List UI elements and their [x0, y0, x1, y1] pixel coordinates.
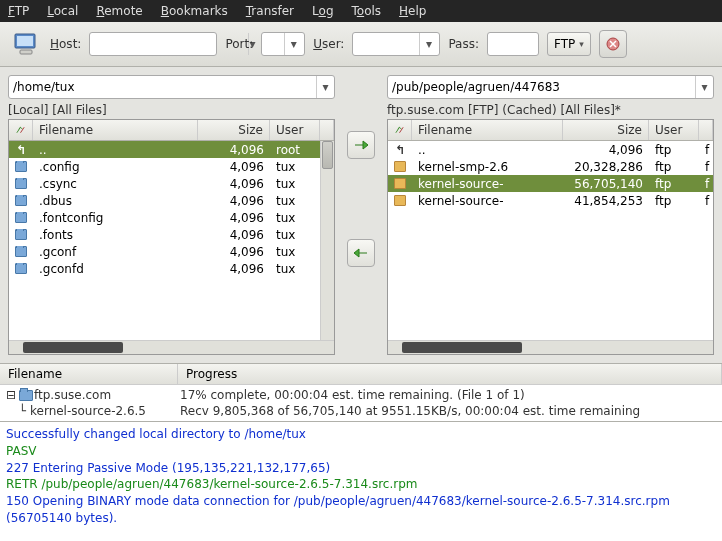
file-name: .config [33, 160, 198, 174]
menu-remote[interactable]: Remote [96, 4, 142, 18]
size-column[interactable]: Size [563, 120, 649, 140]
file-size: 4,096 [198, 262, 270, 276]
chevron-down-icon[interactable]: ▾ [419, 33, 437, 55]
chevron-down-icon[interactable]: ▾ [316, 76, 334, 98]
file-size: 4,096 [198, 245, 270, 259]
file-user: ftp [649, 177, 699, 191]
user-column[interactable]: User [649, 120, 699, 140]
user-input[interactable] [353, 33, 419, 55]
file-icon [9, 246, 33, 257]
size-column[interactable]: Size [198, 120, 270, 140]
menu-bookmarks[interactable]: Bookmarks [161, 4, 228, 18]
file-user: tux [270, 160, 320, 174]
menu-local[interactable]: Local [47, 4, 78, 18]
remote-list-body[interactable]: ↰..4,096ftpfkernel-smp-2.620,328,286ftpf… [388, 141, 713, 340]
horizontal-scrollbar[interactable] [388, 340, 713, 354]
file-size: 4,096 [198, 211, 270, 225]
file-user: ftp [649, 160, 699, 174]
port-combo[interactable]: ▾ [261, 32, 305, 56]
list-item[interactable]: .fonts4,096tux [9, 226, 334, 243]
port-input[interactable] [262, 33, 284, 55]
file-icon: ↰ [388, 143, 412, 157]
file-size: 56,705,140 [563, 177, 649, 191]
file-icon [388, 161, 412, 172]
transfer-file-row[interactable]: └ kernel-source-2.6.5 Recv 9,805,368 of … [6, 403, 716, 419]
protocol-combo[interactable]: FTP ▾ [547, 32, 591, 56]
list-item[interactable]: .csync4,096tux [9, 175, 334, 192]
file-icon [388, 178, 412, 189]
sort-icon-column[interactable] [388, 120, 412, 140]
file-size: 4,096 [198, 160, 270, 174]
svg-rect-1 [17, 36, 33, 46]
chevron-down-icon[interactable]: ▾ [695, 76, 713, 98]
file-icon: ↰ [9, 143, 33, 157]
list-item[interactable]: ↰..4,096ftpf [388, 141, 713, 158]
download-button[interactable] [347, 239, 375, 267]
horizontal-scrollbar[interactable] [9, 340, 334, 354]
list-item[interactable]: ↰..4,096root [9, 141, 334, 158]
sort-icon-column[interactable] [9, 120, 33, 140]
file-user: tux [270, 194, 320, 208]
user-combo[interactable]: ▾ [352, 32, 440, 56]
menu-transfer[interactable]: Transfer [246, 4, 294, 18]
transfer-host: ftp.suse.com [34, 388, 180, 402]
local-path-input[interactable] [9, 76, 316, 98]
transfer-host-row[interactable]: ⊟ ftp.suse.com 17% complete, 00:00:04 es… [6, 387, 716, 403]
transfer-queue: Filename Progress ⊟ ftp.suse.com 17% com… [0, 363, 722, 421]
file-user: tux [270, 211, 320, 225]
host-icon [18, 390, 34, 401]
file-panes: ▾ [Local] [All Files] Filename Size User… [0, 67, 722, 363]
list-item[interactable]: .gconfd4,096tux [9, 260, 334, 277]
list-item[interactable]: kernel-smp-2.620,328,286ftpf [388, 158, 713, 175]
remote-status: ftp.suse.com [FTP] (Cached) [All Files]* [387, 101, 714, 119]
file-name: .gconfd [33, 262, 198, 276]
transfer-progress-column[interactable]: Progress [178, 364, 722, 384]
stop-button[interactable] [599, 30, 627, 58]
menu-help[interactable]: Help [399, 4, 426, 18]
transfer-filename-column[interactable]: Filename [0, 364, 178, 384]
vertical-scrollbar[interactable] [320, 141, 334, 340]
menu-ftp[interactable]: FTP [8, 4, 29, 18]
file-user: tux [270, 228, 320, 242]
transfer-filename: kernel-source-2.6.5 [30, 404, 180, 418]
list-item[interactable]: .fontconfig4,096tux [9, 209, 334, 226]
file-size: 41,854,253 [563, 194, 649, 208]
tree-toggle-icon[interactable]: ⊟ [6, 388, 18, 402]
file-user: root [270, 143, 320, 157]
filename-column[interactable]: Filename [412, 120, 563, 140]
host-label: Host: [50, 37, 81, 51]
pass-label: Pass: [448, 37, 479, 51]
list-item[interactable]: kernel-source-56,705,140ftpf [388, 175, 713, 192]
log-line: 150 Opening BINARY mode data connection … [6, 493, 716, 527]
upload-button[interactable] [347, 131, 375, 159]
file-icon [9, 178, 33, 189]
extra-column[interactable] [699, 120, 713, 140]
list-item[interactable]: .config4,096tux [9, 158, 334, 175]
list-item[interactable]: kernel-source-41,854,253ftpf [388, 192, 713, 209]
host-combo[interactable]: ▾ [89, 32, 217, 56]
menu-tools[interactable]: Tools [352, 4, 382, 18]
remote-path-input[interactable] [388, 76, 695, 98]
transfer-buttons [341, 75, 381, 355]
list-item[interactable]: .dbus4,096tux [9, 192, 334, 209]
file-user: tux [270, 177, 320, 191]
filename-column[interactable]: Filename [33, 120, 198, 140]
file-name: .csync [33, 177, 198, 191]
menu-log[interactable]: Log [312, 4, 333, 18]
local-path-combo[interactable]: ▾ [8, 75, 335, 99]
log-pane[interactable]: Successfully changed local directory to … [0, 421, 722, 541]
local-list-body[interactable]: ↰..4,096root.config4,096tux.csync4,096tu… [9, 141, 334, 340]
remote-path-combo[interactable]: ▾ [387, 75, 714, 99]
list-item[interactable]: .gconf4,096tux [9, 243, 334, 260]
pass-input[interactable] [487, 32, 539, 56]
chevron-down-icon[interactable]: ▾ [284, 33, 302, 55]
file-user: tux [270, 245, 320, 259]
file-extra: f [699, 177, 713, 191]
log-line: Successfully changed local directory to … [6, 426, 716, 443]
user-column[interactable]: User [270, 120, 320, 140]
extra-column[interactable] [320, 120, 334, 140]
file-icon [9, 229, 33, 240]
file-extra: f [699, 143, 713, 157]
file-icon [9, 161, 33, 172]
menubar: FTP Local Remote Bookmarks Transfer Log … [0, 0, 722, 22]
